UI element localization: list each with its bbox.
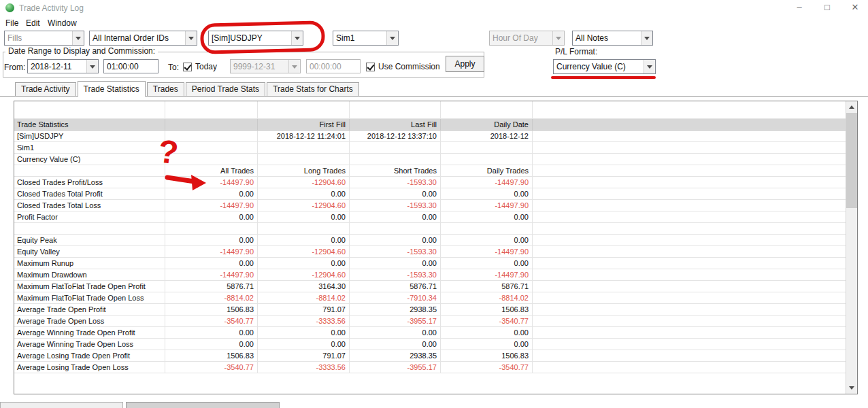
use-commission-checkbox[interactable]: Use Commission bbox=[366, 61, 440, 72]
table-row[interactable]: Average Trade Open Profit1506.83791.0729… bbox=[14, 304, 846, 316]
table-row[interactable]: Closed Trades Total Loss-14497.90-12904.… bbox=[14, 200, 846, 211]
tab-trade-statistics[interactable]: Trade Statistics bbox=[78, 81, 146, 97]
trade-activity-log-window: Trade Activity Log – □ ✕ File Edit Windo… bbox=[0, 0, 868, 408]
chevron-down-icon[interactable] bbox=[386, 31, 398, 45]
value-cell: -14497.90 bbox=[165, 269, 258, 281]
hour-of-day-value: Hour Of Day bbox=[490, 33, 552, 43]
value-cell: -3540.77 bbox=[441, 316, 533, 327]
value-cell: -12904.60 bbox=[258, 269, 350, 281]
table-row[interactable]: Currency Value (C) bbox=[14, 154, 846, 165]
pl-format-combobox[interactable]: Currency Value (C) bbox=[553, 59, 656, 74]
table-row[interactable]: Average Trade Open Loss-3540.77-3333.56-… bbox=[14, 316, 846, 327]
order-ids-value: All Internal Order IDs bbox=[90, 33, 185, 43]
value-cell bbox=[258, 101, 350, 119]
scrollbar-thumb[interactable] bbox=[846, 113, 857, 208]
vertical-scrollbar[interactable] bbox=[846, 101, 857, 394]
table-row[interactable] bbox=[14, 101, 846, 119]
value-cell: -12904.60 bbox=[258, 200, 350, 211]
value-cell: -14497.90 bbox=[441, 246, 533, 258]
fills-combobox[interactable]: Fills bbox=[4, 31, 84, 46]
chevron-down-icon[interactable] bbox=[72, 31, 84, 45]
value-cell bbox=[441, 223, 533, 235]
value-cell bbox=[258, 223, 350, 235]
row-label-cell: Sim1 bbox=[14, 142, 165, 154]
notes-combobox[interactable]: All Notes bbox=[572, 31, 653, 46]
table-row[interactable]: Average Losing Trade Open Loss-3540.77-3… bbox=[14, 362, 846, 373]
account-combobox[interactable]: Sim1 bbox=[333, 31, 399, 46]
table-row[interactable]: Sim1 bbox=[14, 142, 846, 154]
table-row[interactable]: [Sim]USDJPY2018-12-12 11:24:012018-12-12… bbox=[14, 131, 846, 142]
row-label-cell: [Sim]USDJPY bbox=[14, 131, 165, 142]
menu-window[interactable]: Window bbox=[48, 18, 77, 28]
today-checkbox[interactable]: Today bbox=[183, 61, 217, 72]
minimize-icon[interactable]: – bbox=[795, 2, 804, 12]
tab-trade-stats-for-charts[interactable]: Trade Stats for Charts bbox=[267, 82, 359, 96]
table-row[interactable]: Trade StatisticsFirst FillLast FillDaily… bbox=[14, 119, 846, 131]
value-cell: -3955.17 bbox=[350, 362, 441, 373]
value-cell: 0.00 bbox=[441, 235, 533, 246]
value-cell: 2018-12-12 11:24:01 bbox=[258, 131, 350, 142]
chevron-down-icon[interactable] bbox=[644, 60, 655, 73]
value-cell bbox=[533, 304, 846, 316]
table-row[interactable]: Equity Valley-14497.90-12904.60-1593.30-… bbox=[14, 246, 846, 258]
table-row[interactable]: Profit Factor0.000.000.000.00 bbox=[14, 211, 846, 223]
to-date-value: 9999-12-31 bbox=[231, 62, 288, 71]
row-label-cell: Currency Value (C) bbox=[14, 154, 165, 165]
menu-edit[interactable]: Edit bbox=[26, 18, 40, 28]
table-row[interactable]: Average Losing Trade Open Profit1506.837… bbox=[14, 350, 846, 362]
value-cell: -14497.90 bbox=[165, 177, 258, 188]
value-cell: 0.00 bbox=[441, 211, 533, 223]
value-cell: 1506.83 bbox=[441, 350, 533, 362]
order-ids-combobox[interactable]: All Internal Order IDs bbox=[89, 31, 197, 46]
close-icon[interactable]: ✕ bbox=[850, 2, 860, 12]
value-cell bbox=[350, 142, 441, 154]
menu-file[interactable]: File bbox=[5, 18, 18, 28]
table-row[interactable]: Maximum FlatToFlat Trade Open Loss-8814.… bbox=[14, 292, 846, 304]
row-label-cell bbox=[14, 223, 165, 235]
row-label-cell: Maximum Drawdown bbox=[14, 269, 165, 281]
table-row[interactable]: Equity Peak0.000.000.000.00 bbox=[14, 235, 846, 246]
value-cell bbox=[258, 154, 350, 165]
value-cell: 0.00 bbox=[258, 188, 350, 200]
value-cell bbox=[533, 339, 846, 350]
row-label-cell: Equity Valley bbox=[14, 246, 165, 258]
from-time-field[interactable] bbox=[103, 59, 158, 73]
value-cell bbox=[350, 223, 441, 235]
value-cell: -3540.77 bbox=[441, 362, 533, 373]
table-row[interactable]: All TradesLong TradesShort TradesDaily T… bbox=[14, 165, 846, 177]
row-label-cell: Average Winning Trade Open Loss bbox=[14, 339, 165, 350]
table-row[interactable]: Maximum Runup0.000.000.000.00 bbox=[14, 258, 846, 269]
value-cell: 0.00 bbox=[350, 339, 441, 350]
table-row[interactable]: Closed Trades Total Profit0.000.000.000.… bbox=[14, 188, 846, 200]
tab-trades[interactable]: Trades bbox=[147, 82, 184, 96]
value-cell bbox=[258, 142, 350, 154]
value-cell: -12904.60 bbox=[258, 246, 350, 258]
value-cell bbox=[165, 119, 258, 131]
table-row[interactable] bbox=[14, 223, 846, 235]
table-row[interactable]: Maximum Drawdown-14497.90-12904.60-1593.… bbox=[14, 269, 846, 281]
maximize-icon[interactable]: □ bbox=[822, 2, 832, 12]
value-cell: 0.00 bbox=[165, 339, 258, 350]
table-row[interactable]: Average Winning Trade Open Profit0.000.0… bbox=[14, 327, 846, 339]
chevron-down-icon[interactable] bbox=[641, 31, 652, 45]
hour-of-day-combobox: Hour Of Day bbox=[489, 31, 565, 46]
value-cell: -1593.30 bbox=[350, 200, 441, 211]
tab-period-trade-stats[interactable]: Period Trade Stats bbox=[186, 82, 265, 96]
scroll-up-icon[interactable] bbox=[846, 101, 857, 113]
symbol-combobox[interactable]: [Sim]USDJPY bbox=[208, 31, 303, 46]
table-row[interactable]: Average Winning Trade Open Loss0.000.000… bbox=[14, 339, 846, 350]
row-label-cell: Average Losing Trade Open Profit bbox=[14, 350, 165, 362]
apply-button[interactable]: Apply bbox=[446, 56, 484, 72]
tab-trade-activity[interactable]: Trade Activity bbox=[15, 82, 76, 96]
chevron-down-icon[interactable] bbox=[291, 31, 303, 45]
value-cell: 0.00 bbox=[350, 258, 441, 269]
chevron-down-icon[interactable] bbox=[185, 31, 197, 45]
row-label-cell: Maximum Runup bbox=[14, 258, 165, 269]
table-row[interactable]: Closed Trades Profit/Loss-14497.90-12904… bbox=[14, 177, 846, 188]
table-row[interactable]: Maximum FlatToFlat Trade Open Profit5876… bbox=[14, 281, 846, 292]
from-date-combobox[interactable]: 2018-12-11 bbox=[27, 59, 99, 73]
value-cell bbox=[533, 188, 846, 200]
chevron-down-icon[interactable] bbox=[86, 60, 98, 73]
scroll-down-icon[interactable] bbox=[846, 382, 857, 394]
row-label-cell: Average Losing Trade Open Loss bbox=[14, 362, 165, 373]
